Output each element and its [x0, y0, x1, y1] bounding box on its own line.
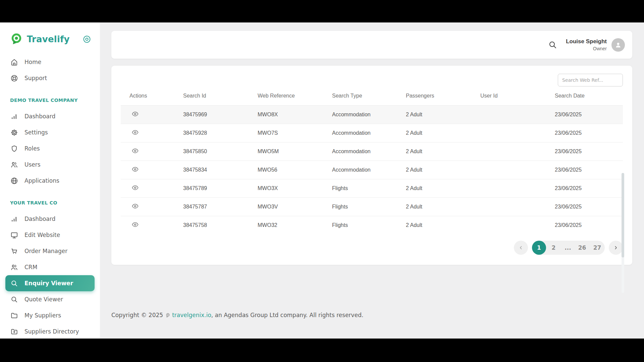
letterbox-top — [0, 0, 644, 22]
sidebar-item-home[interactable]: Home — [0, 54, 100, 70]
sidebar-item-suppliers-directory[interactable]: Suppliers Directory — [0, 323, 100, 339]
folder-plus-icon — [10, 327, 18, 336]
view-enquiry-eye-icon[interactable] — [131, 184, 140, 193]
table-row: 38475787 MWO3V Flights 2 Adult 23/06/202… — [121, 197, 623, 216]
cell-passengers: 2 Adult — [406, 112, 480, 118]
sidebar-item-applications[interactable]: Applications — [0, 173, 100, 189]
pagination-page-2[interactable]: 2 — [546, 244, 561, 251]
cell-web-reference: MWO7S — [258, 130, 332, 136]
sidebar-item-label: Applications — [24, 177, 59, 184]
cell-web-reference: MWO3V — [258, 204, 332, 210]
sidebar-item-label: Dashboard — [24, 113, 55, 120]
pagination-page-27[interactable]: 27 — [590, 244, 605, 251]
sidebar-item-label: Home — [24, 59, 41, 65]
pagination-next-button[interactable] — [609, 241, 623, 255]
sidebar-item-settings[interactable]: Settings — [0, 124, 100, 140]
folder-icon — [10, 311, 18, 319]
table-scrollbar-thumb[interactable] — [622, 173, 624, 257]
header-search-icon[interactable] — [548, 41, 557, 49]
view-enquiry-eye-icon[interactable] — [131, 147, 140, 156]
sidebar-item-label: Enquiry Viewer — [24, 280, 73, 287]
sidebar-item-crm[interactable]: CRM — [0, 259, 100, 275]
main-content: Louise Speight Owner Actions Search Id W… — [100, 22, 644, 339]
users-icon — [10, 161, 18, 169]
sidebar-toggle-icon[interactable] — [83, 35, 91, 44]
cell-search-id: 38475850 — [183, 148, 258, 155]
cell-passengers: 2 Adult — [406, 148, 480, 155]
search-icon — [10, 279, 18, 287]
sidebar-item-dashboard-your[interactable]: Dashboard — [0, 211, 100, 227]
view-enquiry-eye-icon[interactable] — [131, 110, 140, 119]
pagination-pages: 1 2 ... 26 27 — [532, 241, 605, 255]
table-row: 38475850 MWO5M Accommodation 2 Adult 23/… — [121, 142, 623, 161]
monitor-icon — [10, 231, 18, 239]
cell-web-reference: MWO5M — [258, 148, 332, 155]
cart-icon — [10, 247, 18, 255]
globe-icon — [10, 177, 18, 185]
sidebar-item-quote-viewer[interactable]: Quote Viewer — [0, 291, 100, 307]
sidebar-item-order-manager[interactable]: Order Manager — [0, 243, 100, 259]
column-header-passengers: Passengers — [406, 93, 480, 99]
sidebar-item-label: Settings — [24, 129, 48, 136]
cell-web-reference: MWO8X — [258, 112, 332, 118]
sidebar-item-label: My Suppliers — [24, 312, 61, 319]
cell-search-type: Accommodation — [332, 130, 406, 136]
cell-search-type: Flights — [332, 222, 406, 228]
sidebar-item-label: Suppliers Directory — [24, 328, 79, 335]
users-icon — [10, 263, 18, 271]
brand-name: Travelify — [27, 34, 70, 44]
sidebar-item-label: CRM — [24, 264, 37, 270]
sidebar-item-dashboard-demo[interactable]: Dashboard — [0, 108, 100, 124]
cell-web-reference: MWO3X — [258, 185, 332, 191]
sidebar-item-users[interactable]: Users — [0, 157, 100, 173]
cell-search-id: 38475969 — [183, 112, 258, 118]
cell-search-date: 23/06/2025 — [555, 130, 623, 136]
sidebar-item-enquiry-viewer[interactable]: Enquiry Viewer — [5, 275, 95, 291]
sidebar-item-roles[interactable]: Roles — [0, 140, 100, 157]
bar-chart-icon — [10, 112, 18, 120]
travelify-pin-logo-icon — [10, 33, 23, 46]
sidebar-item-support[interactable]: Support — [0, 70, 100, 86]
cell-search-id: 38475789 — [183, 185, 258, 191]
pagination-ellipsis: ... — [561, 244, 575, 251]
cell-search-date: 23/06/2025 — [555, 185, 623, 191]
sidebar-section-demo-travel-company: DEMO TRAVEL COMPANY — [0, 92, 100, 108]
cell-search-date: 23/06/2025 — [555, 222, 623, 228]
view-enquiry-eye-icon[interactable] — [131, 221, 140, 230]
travelgenix-link[interactable]: travelgenix.io — [172, 312, 211, 318]
table-row: 38475834 MWO56 Accommodation 2 Adult 23/… — [121, 161, 623, 179]
sidebar-item-my-suppliers[interactable]: My Suppliers — [0, 307, 100, 323]
cell-search-id: 38475758 — [183, 222, 258, 228]
sidebar-item-label: Roles — [24, 145, 40, 152]
user-menu[interactable]: Louise Speight Owner — [566, 38, 607, 51]
view-enquiry-eye-icon[interactable] — [131, 129, 140, 137]
view-enquiry-eye-icon[interactable] — [131, 166, 140, 174]
pagination-page-1[interactable]: 1 — [532, 241, 546, 255]
table-row: 38475758 MWO32 Flights 2 Adult 23/06/202… — [121, 216, 623, 234]
column-header-search-date: Search Date — [555, 93, 623, 99]
enquiry-table-card: Actions Search Id Web Reference Search T… — [111, 66, 632, 265]
cell-search-type: Flights — [332, 185, 406, 191]
cell-search-id: 38475928 — [183, 130, 258, 136]
cell-web-reference: MWO32 — [258, 222, 332, 228]
column-header-actions: Actions — [129, 93, 183, 99]
sidebar-item-edit-website[interactable]: Edit Website — [0, 227, 100, 243]
cell-passengers: 2 Adult — [406, 167, 480, 173]
sidebar-section-your-travel-co: YOUR TRAVEL CO — [0, 195, 100, 211]
cell-passengers: 2 Adult — [406, 222, 480, 228]
table-header-row: Actions Search Id Web Reference Search T… — [121, 86, 623, 105]
pagination-prev-button[interactable] — [514, 241, 528, 255]
view-enquiry-eye-icon[interactable] — [131, 202, 140, 211]
cell-web-reference: MWO56 — [258, 167, 332, 173]
travelgenix-pin-icon — [165, 313, 170, 318]
cell-search-date: 23/06/2025 — [555, 112, 623, 118]
pagination-page-26[interactable]: 26 — [575, 244, 590, 251]
column-header-user-id: User Id — [480, 93, 555, 99]
cell-search-date: 23/06/2025 — [555, 167, 623, 173]
sidebar-item-label: Users — [24, 161, 41, 168]
sidebar-item-label: Support — [24, 75, 47, 81]
cell-search-type: Accommodation — [332, 112, 406, 118]
search-web-ref-input[interactable] — [558, 74, 623, 86]
user-avatar[interactable] — [611, 38, 625, 52]
lifebuoy-icon — [10, 74, 18, 82]
